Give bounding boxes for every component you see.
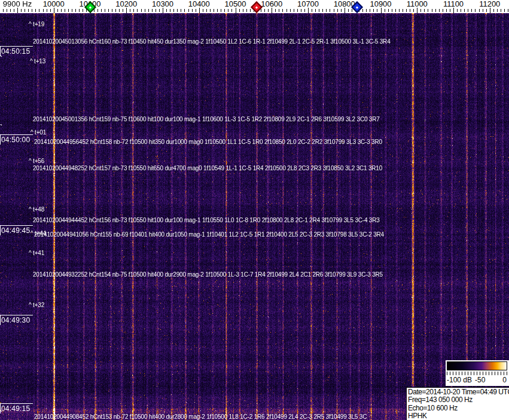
minor-frequency-tick: [133, 9, 134, 12]
minor-frequency-tick: [79, 9, 80, 12]
minor-frequency-tick: [159, 9, 160, 12]
minor-frequency-tick: [392, 9, 392, 12]
major-frequency-tick: [126, 8, 127, 13]
minor-frequency-tick: [326, 9, 327, 12]
frequency-label: 11200: [479, 0, 500, 8]
echo-log-line: 20141020045013056 hCnt160 nb-73 f10450 h…: [33, 38, 391, 45]
minor-frequency-tick: [341, 9, 342, 12]
minor-frequency-tick: [83, 9, 83, 12]
minor-frequency-tick: [450, 9, 450, 12]
echo-log-line: 20141020044908452 hCnt153 nb-72 f10500 h…: [34, 413, 367, 420]
minor-frequency-tick: [424, 9, 425, 12]
info-frequency: Freq=143 050 000 Hz: [408, 396, 509, 404]
time-tick-line: [0, 315, 33, 315]
minor-frequency-tick: [10, 9, 11, 12]
minor-frequency-tick: [196, 9, 196, 12]
db-color-gradient-bar[interactable]: [447, 361, 507, 370]
minor-frequency-tick: [334, 9, 334, 12]
minor-frequency-tick: [145, 9, 145, 12]
minor-frequency-tick: [508, 9, 508, 12]
frequency-ruler[interactable]: 9900 Hz100001010010200103001040010500106…: [0, 0, 509, 13]
marker-center-dot: [89, 6, 92, 8]
minor-frequency-tick: [7, 9, 7, 12]
minor-frequency-tick: [123, 9, 123, 12]
minor-frequency-tick: [312, 9, 312, 12]
minor-frequency-tick: [399, 9, 400, 12]
time-tick-edge: [0, 134, 1, 145]
minor-frequency-tick: [108, 9, 109, 12]
echo-log-line: 20141020045001356 hCnt159 nb-75 f10600 h…: [33, 116, 380, 123]
echo-log-line: 20141020044948252 hCnt157 nb-73 f10550 h…: [33, 165, 382, 172]
minor-frequency-tick: [297, 9, 298, 12]
minor-frequency-tick: [173, 9, 174, 12]
minor-frequency-tick: [170, 9, 170, 12]
status-info-box: Date=2014-10-20 Time=04:49 UTC Freq=143 …: [406, 387, 509, 420]
minor-frequency-tick: [294, 9, 294, 12]
minor-frequency-tick: [61, 9, 62, 12]
minor-frequency-tick: [486, 9, 487, 12]
major-frequency-tick: [272, 8, 272, 13]
minor-frequency-tick: [410, 9, 410, 12]
time-tick-line: [0, 134, 33, 135]
minor-frequency-tick: [72, 9, 72, 12]
time-label: 04:49:30: [0, 315, 36, 324]
minor-frequency-tick: [479, 9, 480, 12]
minor-frequency-tick: [101, 9, 102, 12]
frequency-label: 10000: [43, 0, 65, 8]
major-frequency-tick: [490, 8, 490, 13]
left-edge-mark: `: [0, 412, 2, 416]
minor-frequency-tick: [413, 9, 414, 12]
minor-frequency-tick: [403, 9, 403, 12]
minor-frequency-tick: [315, 9, 316, 12]
minor-frequency-tick: [112, 9, 112, 12]
minor-frequency-tick: [214, 9, 214, 12]
time-tick-edge: [0, 225, 1, 235]
left-edge-mark: `: [0, 125, 2, 130]
minor-frequency-tick: [188, 9, 189, 12]
minor-frequency-tick: [330, 9, 330, 12]
frequency-label: 10500: [224, 0, 246, 8]
minor-frequency-tick: [14, 9, 14, 12]
minor-frequency-tick: [21, 9, 22, 12]
major-frequency-tick: [163, 8, 163, 13]
minor-frequency-tick: [388, 9, 389, 12]
minor-frequency-tick: [75, 9, 76, 12]
minor-frequency-tick: [192, 9, 193, 12]
echo-log-line: 20141020044932252 hCnt154 nb-75 f10500 h…: [33, 271, 383, 278]
minor-frequency-tick: [385, 9, 385, 12]
major-frequency-tick: [453, 8, 454, 13]
echo-time-offset-marker: ^ t+13: [30, 58, 45, 65]
frequency-label: 10400: [188, 0, 210, 8]
minor-frequency-tick: [47, 9, 47, 12]
minor-frequency-tick: [39, 9, 39, 12]
frequency-label: 11100: [443, 0, 464, 8]
time-tick-edge: [0, 315, 1, 325]
minor-frequency-tick: [243, 9, 243, 12]
minor-frequency-tick: [181, 9, 181, 12]
minor-frequency-tick: [443, 9, 443, 12]
echo-log-line: 20141020044941056 hCnt155 nb-69 f10401 h…: [34, 231, 384, 238]
minor-frequency-tick: [290, 9, 291, 12]
minor-frequency-tick: [68, 9, 69, 12]
minor-frequency-tick: [152, 9, 153, 12]
marker-center-dot: [356, 6, 358, 8]
minor-frequency-tick: [282, 9, 283, 12]
minor-frequency-tick: [497, 9, 498, 12]
left-edge-mark: `: [0, 57, 2, 62]
minor-frequency-tick: [319, 9, 319, 12]
time-label: 04:49:15: [0, 403, 36, 413]
minor-frequency-tick: [119, 9, 120, 12]
minor-frequency-tick: [370, 9, 370, 12]
minor-frequency-tick: [279, 9, 279, 12]
minor-frequency-tick: [224, 9, 225, 12]
minor-frequency-tick: [97, 9, 98, 12]
minor-frequency-tick: [464, 9, 465, 12]
minor-frequency-tick: [203, 9, 203, 12]
minor-frequency-tick: [322, 9, 323, 12]
minor-frequency-tick: [268, 9, 269, 12]
minor-frequency-tick: [428, 9, 428, 12]
minor-frequency-tick: [275, 9, 276, 12]
major-frequency-tick: [17, 8, 18, 13]
minor-frequency-tick: [475, 9, 476, 12]
time-label: 04:50:15: [0, 46, 36, 56]
